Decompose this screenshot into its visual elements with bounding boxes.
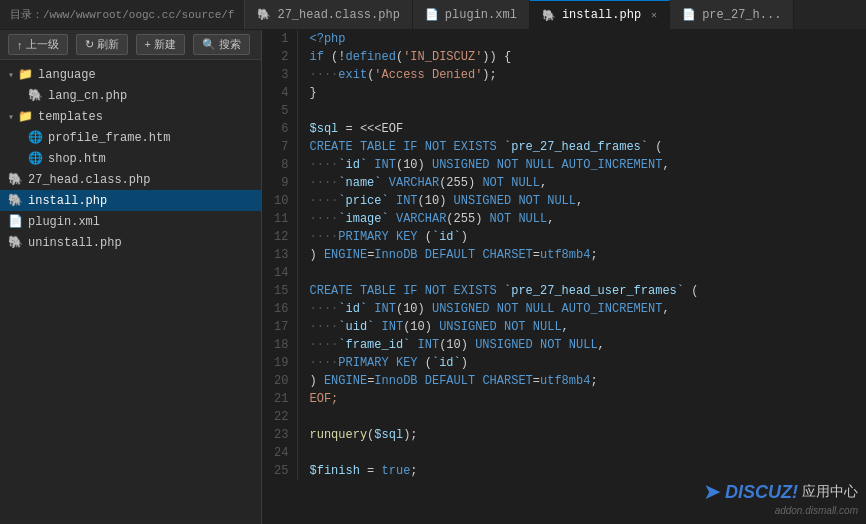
code-line-5: 5 (262, 102, 866, 120)
tree-label-plugin: plugin.xml (28, 215, 100, 229)
line-content: ····`image` VARCHAR(255) NOT NULL, (297, 210, 866, 228)
line-content (297, 264, 866, 282)
line-number: 19 (262, 354, 297, 372)
tree-label-install: install.php (28, 194, 107, 208)
code-line-3: 3 ····exit('Access Denied'); (262, 66, 866, 84)
tree-item-plugin[interactable]: 📄 plugin.xml (0, 211, 261, 232)
line-content: $sql = <<<EOF (297, 120, 866, 138)
php-icon-lang-cn: 🐘 (28, 88, 43, 103)
code-line-2: 2 if (!defined('IN_DISCUZ')) { (262, 48, 866, 66)
line-content (297, 408, 866, 426)
line-content: ····`name` VARCHAR(255) NOT NULL, (297, 174, 866, 192)
code-line-11: 11 ····`image` VARCHAR(255) NOT NULL, (262, 210, 866, 228)
line-content: ····`id` INT(10) UNSIGNED NOT NULL AUTO_… (297, 300, 866, 318)
code-line-4: 4 } (262, 84, 866, 102)
line-number: 21 (262, 390, 297, 408)
arrow-logo: ➤ (703, 479, 721, 505)
brand-app: 应用中心 (802, 483, 858, 501)
line-number: 4 (262, 84, 297, 102)
line-number: 15 (262, 282, 297, 300)
line-content: CREATE TABLE IF NOT EXISTS `pre_27_head_… (297, 138, 866, 156)
code-editor[interactable]: 1 <?php 2 if (!defined('IN_DISCUZ')) { 3… (262, 30, 866, 524)
line-number: 7 (262, 138, 297, 156)
new-button[interactable]: + 新建 (136, 34, 185, 55)
arrow-expand-language: ▾ (8, 69, 14, 81)
watermark-sub: addon.dismall.com (703, 505, 858, 516)
watermark: ➤ DISCUZ! 应用中心 addon.dismall.com (703, 479, 858, 516)
line-content: ····PRIMARY KEY (`id`) (297, 228, 866, 246)
tab-bar: 目录：/www/wwwroot/oogc.cc/source/f 🐘 27_he… (0, 0, 866, 30)
code-line-17: 17 ····`uid` INT(10) UNSIGNED NOT NULL, (262, 318, 866, 336)
tree-item-profile[interactable]: 🌐 profile_frame.htm (0, 127, 261, 148)
new-label: + 新建 (145, 37, 176, 52)
tree-item-lang-cn[interactable]: 🐘 lang_cn.php (0, 85, 261, 106)
line-content (297, 444, 866, 462)
tree-item-templates[interactable]: ▾ 📁 templates (0, 106, 261, 127)
line-content: $finish = true; (297, 462, 866, 480)
tree-label-shop: shop.htm (48, 152, 106, 166)
tab-27-head-label: 27_head.class.php (277, 8, 399, 22)
php-icon-install: 🐘 (8, 193, 23, 208)
tree-item-27head[interactable]: 🐘 27_head.class.php (0, 169, 261, 190)
line-content: ····`uid` INT(10) UNSIGNED NOT NULL, (297, 318, 866, 336)
line-content: ····exit('Access Denied'); (297, 66, 866, 84)
arrow-expand-templates: ▾ (8, 111, 14, 123)
sidebar-toolbar: ↑ 上一级 ↻ 刷新 + 新建 🔍 搜索 (0, 30, 261, 60)
line-number: 18 (262, 336, 297, 354)
code-line-10: 10 ····`price` INT(10) UNSIGNED NOT NULL… (262, 192, 866, 210)
line-content: } (297, 84, 866, 102)
tree-label-27head: 27_head.class.php (28, 173, 150, 187)
code-line-25: 25 $finish = true; (262, 462, 866, 480)
code-line-8: 8 ····`id` INT(10) UNSIGNED NOT NULL AUT… (262, 156, 866, 174)
line-number: 16 (262, 300, 297, 318)
tree-item-install[interactable]: 🐘 install.php (0, 190, 261, 211)
code-line-13: 13 ) ENGINE=InnoDB DEFAULT CHARSET=utf8m… (262, 246, 866, 264)
refresh-button[interactable]: ↻ 刷新 (76, 34, 128, 55)
tree-label-uninstall: uninstall.php (28, 236, 122, 250)
close-tab-install[interactable]: ✕ (651, 9, 657, 21)
refresh-label: 刷新 (97, 37, 119, 52)
search-icon: 🔍 (202, 38, 216, 51)
tab-install[interactable]: 🐘 install.php ✕ (530, 0, 670, 29)
line-number: 13 (262, 246, 297, 264)
tab-plugin[interactable]: 📄 plugin.xml (413, 0, 530, 29)
line-number: 20 (262, 372, 297, 390)
html-icon-shop: 🌐 (28, 151, 43, 166)
line-number: 11 (262, 210, 297, 228)
php-icon-27head: 🐘 (8, 172, 23, 187)
tree-item-shop[interactable]: 🌐 shop.htm (0, 148, 261, 169)
php-tab-icon: 🐘 (257, 8, 271, 21)
line-number: 8 (262, 156, 297, 174)
line-number: 2 (262, 48, 297, 66)
tree-item-uninstall[interactable]: 🐘 uninstall.php (0, 232, 261, 253)
line-content: <?php (297, 30, 866, 48)
tree-label-lang-cn: lang_cn.php (48, 89, 127, 103)
code-line-6: 6 $sql = <<<EOF (262, 120, 866, 138)
tree-item-language[interactable]: ▾ 📁 language (0, 64, 261, 85)
line-content (297, 102, 866, 120)
refresh-icon: ↻ (85, 38, 94, 51)
xml-tab-icon: 📄 (425, 8, 439, 21)
code-line-12: 12 ····PRIMARY KEY (`id`) (262, 228, 866, 246)
code-line-9: 9 ····`name` VARCHAR(255) NOT NULL, (262, 174, 866, 192)
file-tree: ▾ 📁 language 🐘 lang_cn.php ▾ 📁 templates… (0, 60, 261, 524)
line-number: 23 (262, 426, 297, 444)
line-content: if (!defined('IN_DISCUZ')) { (297, 48, 866, 66)
up-icon: ↑ (17, 39, 23, 51)
line-number: 14 (262, 264, 297, 282)
pre27-tab-icon: 📄 (682, 8, 696, 21)
tree-label-language: language (38, 68, 96, 82)
tab-pre27[interactable]: 📄 pre_27_h... (670, 0, 794, 29)
up-label: 上一级 (26, 37, 59, 52)
tab-27-head[interactable]: 🐘 27_head.class.php (245, 0, 412, 29)
up-button[interactable]: ↑ 上一级 (8, 34, 68, 55)
code-line-15: 15 CREATE TABLE IF NOT EXISTS `pre_27_he… (262, 282, 866, 300)
line-content: ····`frame_id` INT(10) UNSIGNED NOT NULL… (297, 336, 866, 354)
code-line-14: 14 (262, 264, 866, 282)
line-number: 3 (262, 66, 297, 84)
line-content: runquery($sql); (297, 426, 866, 444)
search-button[interactable]: 🔍 搜索 (193, 34, 250, 55)
line-number: 17 (262, 318, 297, 336)
code-line-1: 1 <?php (262, 30, 866, 48)
code-line-21: 21 EOF; (262, 390, 866, 408)
